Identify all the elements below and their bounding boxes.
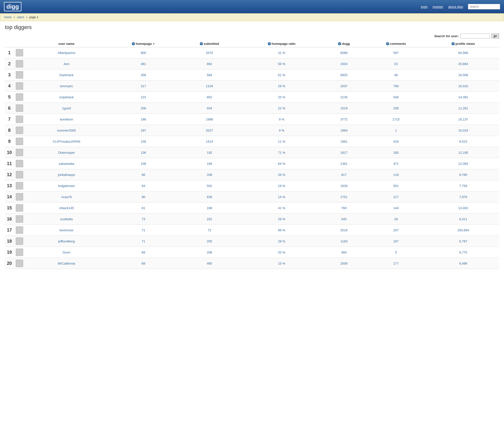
ratio-cell: 15 %	[240, 258, 323, 269]
breadcrumb-users[interactable]: users	[17, 16, 24, 19]
views-cell: 11,261	[427, 103, 499, 114]
breadcrumb-home[interactable]: home	[4, 16, 12, 19]
homepage-help-icon[interactable]: ?	[132, 42, 135, 45]
avatar-cell	[14, 103, 25, 114]
dugg-help-icon[interactable]: ?	[338, 42, 341, 45]
username-link[interactable]: Ostermayer	[58, 151, 75, 154]
avatar-cell	[14, 236, 25, 247]
username-link[interactable]: CLIFFosakaJAPAN	[53, 140, 80, 143]
avatar-cell	[14, 247, 25, 258]
avatar-cell	[14, 202, 25, 214]
username-link[interactable]: snipehack	[59, 95, 74, 99]
avatar-cell	[14, 47, 25, 58]
about-link[interactable]: about digg	[448, 5, 463, 9]
username-link[interactable]: MrCalifornia	[58, 262, 75, 265]
submitted-cell: 208	[179, 247, 240, 258]
views-help-icon[interactable]: ?	[452, 42, 455, 45]
rank-cell: 8	[5, 125, 14, 136]
username-link[interactable]: 1gunit	[62, 106, 71, 110]
comments-cell: 207	[365, 225, 427, 236]
dugg-cell: 1751	[323, 191, 365, 202]
username-link[interactable]: summer2005	[57, 129, 76, 132]
table-row: 14 ncaa76 90 636 14 % 1751 217 7,876	[5, 191, 499, 202]
username-link[interactable]: DarkHack	[59, 73, 73, 77]
avatar-cell	[14, 214, 25, 225]
dugg-cell: 545	[323, 214, 365, 225]
avatar	[16, 104, 23, 112]
username-link[interactable]: ncaa76	[61, 195, 72, 199]
logo[interactable]: digg	[4, 2, 21, 11]
ratio-cell: 71 %	[240, 147, 323, 158]
search-input[interactable]	[468, 4, 500, 9]
rank-cell: 13	[5, 180, 14, 191]
views-cell: 10,024	[427, 125, 499, 136]
avatar-cell	[14, 92, 25, 103]
username-link[interactable]: fudgebrown	[58, 184, 75, 188]
login-link[interactable]: login	[421, 5, 427, 9]
table-row: 19 Gunn 68 208 33 % 460 3 6,775	[5, 247, 499, 258]
submitted-cell: 636	[179, 191, 240, 202]
dugg-cell: 460	[323, 247, 365, 258]
ratio-help-icon[interactable]: ?	[268, 42, 271, 45]
avatar	[16, 138, 23, 145]
username-link[interactable]: mbeck145	[59, 206, 74, 210]
comments-help-icon[interactable]: ?	[386, 42, 389, 45]
username-link[interactable]: scottwills	[60, 217, 73, 221]
table-row: 16 scottwills 73 252 29 % 545 28 8,311	[5, 214, 499, 225]
submitted-help-icon[interactable]: ?	[200, 42, 203, 45]
username-link[interactable]: sahaskatta	[59, 162, 74, 166]
comments-cell: 501	[365, 180, 427, 191]
ratio-cell: 9 %	[240, 114, 323, 125]
ratio-cell: 41 %	[240, 202, 323, 214]
username-link[interactable]: bonlebon	[60, 118, 73, 121]
table-row: 9 CLIFFosakaJAPAN 156 1414 11 % 1961 418…	[5, 136, 499, 147]
username-cell: kevinrose	[25, 225, 108, 236]
avatar	[16, 204, 23, 212]
table-row: 8 summer2005 187 2027 9 % 1964 1 10,024	[5, 125, 499, 136]
ratio-cell: 25 %	[240, 92, 323, 103]
go-button[interactable]: go	[491, 34, 499, 38]
avatar	[16, 82, 23, 90]
comments-cell: 167	[365, 236, 427, 247]
username-cell: CLIFFosakaJAPAN	[25, 136, 108, 147]
username-link[interactable]: jefflundberg	[58, 239, 75, 243]
avatar-cell	[14, 225, 25, 236]
avatar	[16, 226, 23, 234]
col-dugg-label: dugg	[342, 42, 350, 46]
page-title: top diggers	[5, 24, 499, 31]
rank-cell: 2	[5, 58, 14, 69]
avatar-cell	[14, 258, 25, 269]
users-tbody: 1 Albertpacino 800 2570 31 % 6089 597 60…	[5, 47, 499, 269]
submitted-cell: 460	[179, 258, 240, 269]
username-link[interactable]: Jem	[64, 62, 70, 66]
username-link[interactable]: kevinrose	[60, 228, 73, 232]
views-cell: 6,787	[427, 236, 499, 247]
rank-cell: 19	[5, 247, 14, 258]
table-row: 15 mbeck145 81 198 41 % 760 144 13,402	[5, 202, 499, 214]
username-link[interactable]: Gunn	[63, 251, 70, 254]
avatar-cell	[14, 158, 25, 169]
views-cell: 16,137	[427, 114, 499, 125]
homepage-cell: 81	[108, 202, 179, 214]
table-row: 1 Albertpacino 800 2570 31 % 6089 597 60…	[5, 47, 499, 58]
username-link[interactable]: tommytrc	[60, 84, 73, 88]
username-cell: sahaskatta	[25, 158, 108, 169]
homepage-cell: 71	[108, 225, 179, 236]
homepage-cell: 188	[108, 114, 179, 125]
homepage-cell: 800	[108, 47, 179, 58]
username-link[interactable]: Albertpacino	[58, 51, 75, 55]
comments-cell: 3	[365, 247, 427, 258]
ratio-cell: 31 %	[240, 47, 323, 58]
username-link[interactable]: johkalhaups	[58, 173, 75, 177]
homepage-cell: 90	[108, 191, 179, 202]
table-row: 18 jefflundberg 71 255 28 % 1183 167 6,7…	[5, 236, 499, 247]
homepage-sort-arrow[interactable]: ▼	[152, 42, 155, 45]
register-link[interactable]: register	[433, 5, 443, 9]
user-search-input[interactable]	[460, 34, 490, 38]
submitted-cell: 1104	[179, 81, 240, 92]
col-rank-empty1	[5, 40, 14, 47]
table-row: 10 Ostermayer 136 192 71 % 1817 185 12,1…	[5, 147, 499, 158]
table-row: 11 sahaskatta 108 169 64 % 1361 471 12,0…	[5, 158, 499, 169]
table-row: 6 1gunit 206 934 22 % 1519 258 11,261	[5, 103, 499, 114]
views-cell: 293,684	[427, 225, 499, 236]
